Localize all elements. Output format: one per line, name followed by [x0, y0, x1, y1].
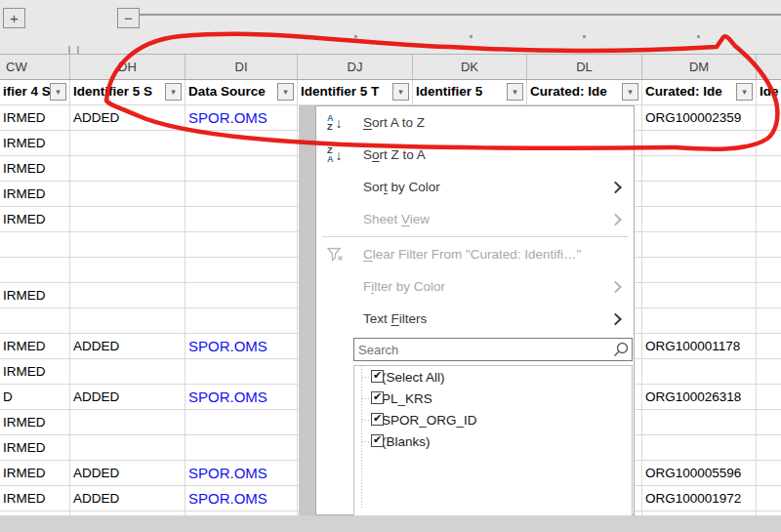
cell[interactable]: [185, 131, 298, 156]
cell[interactable]: [70, 308, 185, 334]
cell[interactable]: [0, 258, 70, 283]
cell[interactable]: [185, 410, 298, 435]
cell[interactable]: ADDED: [70, 486, 185, 512]
cell[interactable]: ADDED: [70, 105, 185, 131]
cell[interactable]: [642, 131, 757, 156]
cell[interactable]: IRMED: [0, 334, 70, 359]
column-letter-DK[interactable]: DK: [413, 55, 527, 79]
cell[interactable]: [70, 283, 185, 308]
cell[interactable]: [0, 308, 70, 334]
expand-group-button[interactable]: +: [3, 8, 25, 28]
menu-item-sort-by-color[interactable]: Sort by Color: [316, 171, 634, 203]
cell[interactable]: [757, 131, 781, 156]
cell[interactable]: ADDED: [70, 385, 185, 410]
cell[interactable]: [642, 207, 757, 232]
header-cell-DM[interactable]: Curated: Ide▾: [642, 80, 757, 105]
cell[interactable]: [70, 182, 185, 207]
cell[interactable]: [642, 258, 757, 283]
checkbox-checked-icon[interactable]: [371, 434, 384, 447]
cell[interactable]: [757, 359, 781, 385]
cell[interactable]: [642, 410, 757, 435]
menu-item-sort-z-to-a[interactable]: ZA ↓ Sort Z to A: [316, 139, 634, 171]
cell[interactable]: [185, 359, 298, 385]
cell[interactable]: [757, 410, 781, 435]
cell[interactable]: [70, 131, 185, 156]
cell[interactable]: [185, 232, 298, 258]
cell[interactable]: IRMED: [0, 359, 70, 385]
cell[interactable]: ADDED: [70, 461, 185, 486]
cell[interactable]: IRMED: [0, 156, 70, 182]
cell[interactable]: IRMED: [0, 182, 70, 207]
cell[interactable]: SPOR.OMS: [185, 385, 298, 410]
cell[interactable]: [70, 232, 185, 258]
cell[interactable]: [642, 232, 757, 258]
cell[interactable]: ORG100005596: [642, 461, 757, 486]
header-cell-CW[interactable]: ifier 4 S▾: [0, 80, 70, 105]
cell[interactable]: [185, 156, 298, 182]
cell[interactable]: IRMED: [0, 410, 70, 435]
cell[interactable]: IRMED: [0, 131, 70, 156]
cell[interactable]: ORG100026318: [642, 385, 757, 410]
filter-dropdown-button-DH[interactable]: ▾: [165, 83, 182, 101]
column-letter-DJ[interactable]: DJ: [298, 55, 413, 79]
cell[interactable]: [757, 308, 781, 334]
column-letter-DM[interactable]: DM: [642, 55, 757, 79]
cell[interactable]: [70, 258, 185, 283]
cell[interactable]: [185, 283, 298, 308]
cell[interactable]: [757, 182, 781, 207]
cell[interactable]: [185, 308, 298, 334]
header-cell-DL[interactable]: Curated: Ide▾: [527, 80, 642, 105]
filter-dropdown-button-CW[interactable]: ▾: [50, 83, 66, 101]
cell[interactable]: [757, 486, 781, 512]
cell[interactable]: [70, 207, 185, 232]
filter-value-item[interactable]: SPOR_ORG_ID: [354, 409, 632, 430]
cell[interactable]: [757, 156, 781, 182]
cell[interactable]: [70, 410, 185, 435]
cell[interactable]: SPOR.OMS: [185, 105, 298, 131]
cell[interactable]: [185, 182, 298, 207]
cell[interactable]: [757, 283, 781, 308]
column-letter-DL[interactable]: DL: [527, 55, 642, 79]
header-cell-DJ[interactable]: Identifier 5 T▾: [298, 80, 413, 105]
cell[interactable]: [0, 232, 70, 258]
cell[interactable]: D: [0, 385, 70, 410]
header-cell-DH[interactable]: Identifier 5 S▾: [70, 80, 185, 105]
cell[interactable]: [757, 258, 781, 283]
cell[interactable]: IRMED: [0, 207, 70, 232]
menu-item-text-filters[interactable]: Text Filters: [316, 303, 634, 335]
filter-value-item[interactable]: (Select All): [354, 366, 632, 388]
cell[interactable]: [642, 283, 757, 308]
cell[interactable]: [185, 207, 298, 232]
column-letter-DI[interactable]: DI: [185, 55, 298, 79]
cell[interactable]: [185, 258, 298, 283]
cell[interactable]: [642, 182, 757, 207]
collapse-group-button[interactable]: −: [117, 8, 140, 28]
checkbox-checked-icon[interactable]: [371, 413, 384, 426]
filter-dropdown-button-DL[interactable]: ▾: [622, 83, 638, 101]
checkbox-checked-icon[interactable]: [371, 391, 384, 404]
cell[interactable]: IRMED: [0, 283, 70, 308]
cell[interactable]: ORG100002359: [642, 105, 757, 131]
cell[interactable]: IRMED: [0, 461, 70, 486]
cell[interactable]: [70, 156, 185, 182]
filter-dropdown-button-DM[interactable]: ▾: [736, 83, 753, 101]
cell[interactable]: [757, 435, 781, 461]
checkbox-checked-icon[interactable]: [371, 370, 384, 383]
cell[interactable]: ADDED: [70, 334, 185, 359]
column-letter-CW[interactable]: CW: [0, 55, 70, 79]
cell[interactable]: SPOR.OMS: [185, 461, 298, 486]
cell[interactable]: IRMED: [0, 435, 70, 461]
header-cell-DI[interactable]: Data Source▾: [185, 80, 298, 105]
cell[interactable]: [642, 308, 757, 334]
cell[interactable]: [70, 435, 185, 461]
cell[interactable]: [757, 385, 781, 410]
cell[interactable]: [185, 435, 298, 461]
search-input[interactable]: [354, 339, 632, 360]
cell[interactable]: SPOR.OMS: [185, 486, 298, 512]
filter-dropdown-button-DJ[interactable]: ▾: [392, 83, 409, 101]
cell[interactable]: [757, 207, 781, 232]
menu-item-sort-a-to-z[interactable]: AZ ↓ Sort A to Z: [316, 106, 634, 139]
cell[interactable]: [757, 334, 781, 359]
cell[interactable]: IRMED: [0, 486, 70, 512]
cell[interactable]: [757, 232, 781, 258]
